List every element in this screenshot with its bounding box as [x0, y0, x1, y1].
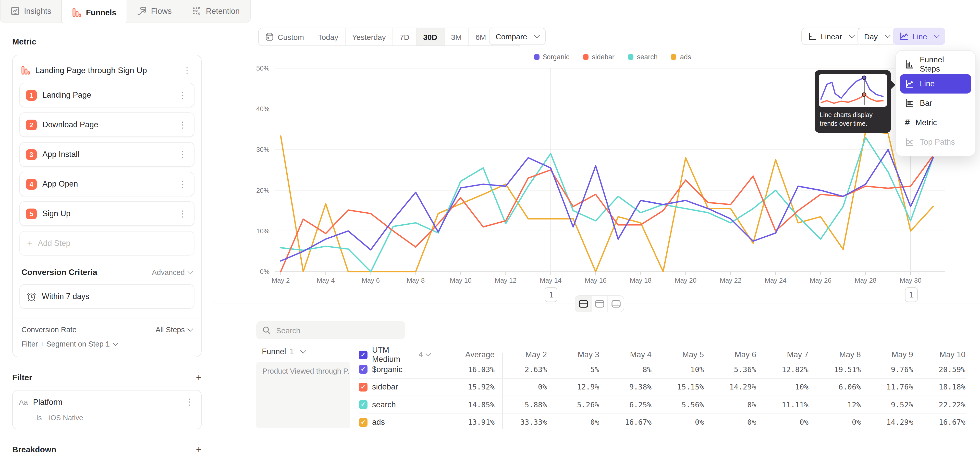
add-step-button[interactable]: Add Step: [19, 231, 194, 256]
date-range-today[interactable]: Today: [311, 28, 345, 45]
row-checkbox[interactable]: ✓: [359, 401, 368, 409]
filter-menu-icon[interactable]: [184, 397, 195, 407]
filter-property[interactable]: Platform: [33, 398, 180, 407]
annotation-badge[interactable]: 1: [545, 287, 558, 302]
row-checkbox[interactable]: ✓: [359, 383, 368, 391]
tab-insights[interactable]: Insights: [0, 0, 62, 22]
legend-item[interactable]: ads: [671, 53, 691, 61]
chevron-down-icon: [885, 32, 891, 38]
range-label: Yesterday: [352, 32, 386, 41]
step-menu-icon[interactable]: [177, 90, 188, 101]
scale-label: Linear: [821, 32, 842, 41]
funnel-menu-icon[interactable]: [182, 65, 192, 76]
step-number-badge: 4: [26, 179, 37, 189]
table-search[interactable]: [256, 321, 405, 339]
menu-item-label: Funnel Steps: [920, 55, 966, 73]
funnel-step-4[interactable]: 4 App Open: [19, 172, 194, 196]
date-range-custom[interactable]: Custom: [259, 28, 311, 45]
x-axis-label: May 6: [362, 276, 380, 284]
legend-swatch: [583, 54, 588, 60]
cell-value: 0%: [652, 418, 704, 426]
column-header-date[interactable]: May 3: [547, 350, 599, 359]
column-header-date[interactable]: May 7: [756, 350, 808, 359]
legend-item[interactable]: search: [628, 53, 658, 61]
cell-value: 14.85%: [430, 401, 495, 409]
cell-value: 5.56%: [652, 401, 704, 409]
line-chart-icon: [905, 79, 914, 88]
menu-item-line[interactable]: Line: [900, 74, 971, 94]
layout-toggle-group: [575, 295, 624, 312]
funnel-col-label: Funnel: [262, 347, 286, 356]
conversion-rate-dropdown[interactable]: All Steps: [156, 326, 192, 334]
date-range-30d[interactable]: 30D: [417, 28, 444, 45]
step-menu-icon[interactable]: [177, 119, 188, 130]
segment-name: ads: [372, 418, 385, 427]
cell-value: 33.33%: [495, 418, 547, 426]
row-checkbox[interactable]: ✓: [359, 418, 368, 427]
annotation-badge[interactable]: 1: [905, 287, 918, 302]
date-range-7d[interactable]: 7D: [393, 28, 417, 45]
tab-retention[interactable]: Retention: [183, 0, 251, 22]
funnel-step-5[interactable]: 5 Sign Up: [19, 201, 194, 226]
table-row[interactable]: ✓ads 13.91% 33.33% 0% 16.67% 0% 0% 0% 0%…: [359, 414, 966, 431]
step-label: App Open: [42, 179, 172, 188]
column-header-date[interactable]: May 6: [704, 350, 756, 359]
scale-dropdown[interactable]: Linear: [801, 27, 860, 45]
cell-value: 11.11%: [756, 401, 808, 409]
column-header-date[interactable]: May 9: [861, 350, 913, 359]
select-all-checkbox[interactable]: ✓: [359, 350, 368, 359]
table-row[interactable]: ✓search 14.85% 5.88% 5.26% 6.25% 5.56% 0…: [359, 396, 966, 414]
funnel-name-cell[interactable]: Product Viewed through P...: [256, 362, 350, 428]
column-header-date[interactable]: May 8: [808, 350, 861, 359]
menu-item-funnel-steps[interactable]: Funnel Steps: [900, 55, 971, 74]
cell-value: 10%: [756, 383, 808, 391]
legend-label: $organic: [543, 53, 570, 61]
filter-operator[interactable]: Is: [36, 414, 42, 422]
date-range-3m[interactable]: 3M: [444, 28, 469, 45]
funnel-step-1[interactable]: 1 Landing Page: [19, 83, 194, 107]
interval-dropdown[interactable]: Day: [858, 27, 896, 45]
funnel-metric-card: Landing Page through Sign Up 1 Landing P…: [12, 55, 202, 357]
add-breakdown-button[interactable]: [196, 444, 202, 455]
tab-funnels[interactable]: Funnels: [62, 0, 127, 25]
filter-value[interactable]: iOS Native: [49, 414, 83, 422]
search-input[interactable]: [275, 325, 399, 335]
table-row[interactable]: ✓$organic 16.03% 2.63% 5% 8% 10% 5.36% 1…: [359, 361, 966, 379]
step-menu-icon[interactable]: [177, 149, 188, 160]
legend-item[interactable]: $organic: [534, 53, 570, 61]
funnel-step-2[interactable]: 2 Download Page: [19, 112, 194, 137]
menu-item-bar[interactable]: Bar: [900, 94, 971, 113]
conversion-rate-value: All Steps: [156, 326, 185, 334]
step-menu-icon[interactable]: [177, 179, 188, 189]
cell-value: 14.29%: [704, 383, 756, 391]
tab-flows[interactable]: Flows: [127, 0, 183, 22]
compare-button[interactable]: Compare: [489, 27, 546, 45]
step-menu-icon[interactable]: [177, 208, 188, 219]
breakdown-heading: Breakdown: [12, 445, 56, 454]
y-axis-label: 40%: [256, 105, 269, 113]
series-line-ads: [281, 131, 933, 272]
funnel-column-header[interactable]: Funnel 1: [262, 345, 305, 358]
conversion-window-button[interactable]: Within 7 days: [19, 284, 194, 309]
add-filter-button[interactable]: [196, 372, 202, 383]
step-label: Landing Page: [42, 91, 172, 100]
legend-item[interactable]: sidebar: [583, 53, 614, 61]
funnel-step-3[interactable]: 3 App Install: [19, 142, 194, 167]
column-header-date[interactable]: May 5: [652, 350, 704, 359]
column-header-date[interactable]: May 4: [599, 350, 652, 359]
menu-item-metric[interactable]: # Metric: [900, 113, 971, 133]
line-chart-tooltip: Line charts display trends over time.: [815, 70, 891, 133]
table-row[interactable]: ✓sidebar 15.92% 0% 12.9% 9.38% 15.15% 14…: [359, 379, 966, 396]
x-axis-label: May 22: [720, 276, 741, 284]
split-view-toggle[interactable]: [575, 296, 592, 312]
column-header-average[interactable]: Average: [430, 350, 495, 359]
menu-item-label: Metric: [915, 118, 937, 127]
chart-only-view-toggle[interactable]: [592, 296, 608, 312]
table-only-view-toggle[interactable]: [608, 296, 624, 312]
filter-segment-dropdown[interactable]: Filter + Segment on Step 1: [21, 340, 192, 348]
advanced-dropdown[interactable]: Advanced: [152, 268, 192, 276]
column-header-date[interactable]: May 10: [913, 350, 966, 359]
row-checkbox[interactable]: ✓: [359, 365, 368, 374]
chart-type-dropdown[interactable]: Line: [893, 27, 945, 45]
date-range-yesterday[interactable]: Yesterday: [345, 28, 393, 45]
